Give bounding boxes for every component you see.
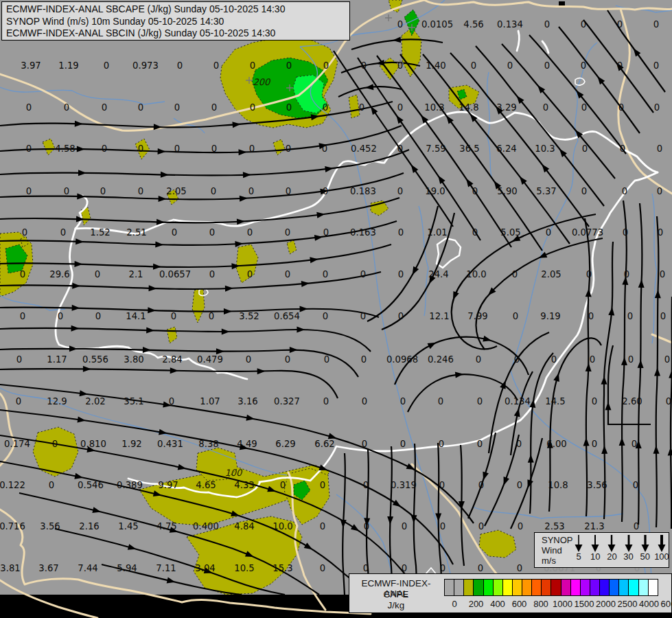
grid-value: 0 [439,480,445,490]
grid-value: 0 [104,60,109,71]
grid-value: 0 [402,521,407,531]
title-line-sbcape: ECMWF-INDEX-ANAL SBCAPE (J/kg) Sunday 05… [6,3,345,16]
grid-value: 6.29 [275,439,295,449]
grid-value: 0 [286,186,291,196]
grid-value: 0.134 [497,19,523,30]
grid-value: 0 [16,354,22,365]
grid-value: 0.452 [351,144,377,154]
cape-swatch [463,579,474,596]
wind-scale-item: 30 [621,534,637,562]
cape-tick-label: 1500 [575,599,594,609]
grid-value: 0 [653,19,659,30]
grid-value: 0 [280,480,286,490]
cape-swatch [531,579,542,596]
grid-value: 0 [546,227,551,238]
grid-value: 0 [402,563,407,573]
grid-value: 3.52 [239,311,259,321]
grid-value: 0 [477,439,483,449]
grid-value: 0 [171,311,176,321]
grid-value: 0 [660,311,666,321]
grid-value: 0 [320,521,325,531]
grid-value: 3.56 [587,480,607,490]
grid-value: 3.97 [21,60,40,71]
grid-value: 3.04 [195,563,215,573]
grid-value: 0 [363,563,369,573]
grid-value: 0 [52,439,58,449]
cape-swatch [590,579,600,596]
cape-legend-subtitle: CAPE [349,589,443,599]
grid-value: 0 [247,227,253,238]
grid-value: 0 [633,480,638,490]
grid-value: 0 [513,311,518,321]
cape-swatch [599,579,610,596]
grid-value: 14.1 [126,311,146,321]
grid-value: 5.37 [536,186,556,196]
grid-value: 0 [138,186,143,196]
grid-value: 24.4 [428,269,448,279]
wind-legend-unit: m/s [542,556,556,566]
grid-value: 1.17 [47,354,67,365]
grid-value: 4.65 [196,480,216,490]
grid-value: 0 [660,269,665,279]
grid-value: 3.81 [0,563,20,573]
down-arrow-icon [654,534,669,553]
grid-value: 0 [246,354,251,365]
grid-value: 10.3 [424,102,444,113]
grid-value: 0 [249,144,255,154]
grid-value: 0 [323,396,329,407]
grid-value: 5.90 [497,186,517,196]
grid-value: 0 [664,354,670,365]
grid-value: 0 [623,227,628,238]
grid-value: 10.0 [466,269,486,279]
wind-speed-label: 10 [587,551,603,562]
grid-value: 0.183 [350,186,376,196]
grid-value: 0 [551,354,557,365]
grid-value: 2.1 [129,269,143,279]
grid-value: 10.5 [234,563,254,573]
grid-value: 0 [26,186,32,196]
grid-value: 0 [169,396,174,407]
grid-value: 0 [658,227,663,238]
cape-swatch [512,579,522,596]
down-arrow-icon [588,534,603,553]
grid-value: 3.16 [237,396,257,407]
cape-legend-unit: J/kg [349,600,443,610]
grid-value: 2.53 [544,521,564,531]
grid-value: 0.327 [274,396,300,407]
wind-arrow-scale: 510203050100 [570,534,668,566]
grid-value: 0 [439,439,444,449]
grid-value: 0 [360,269,366,279]
grid-value: 0 [400,396,406,407]
grid-value: 0 [102,102,107,113]
grid-value: 7.99 [467,311,487,321]
grid-value: 10.3 [535,144,555,154]
wind-legend: SYNOP Wind m/s 510203050100 [534,532,669,568]
grid-value: 0.479 [197,354,223,365]
grid-value: 0 [323,269,328,279]
wind-speed-label: 5 [570,551,587,562]
grid-value: 0 [20,269,25,279]
grid-value: 0 [361,354,367,365]
grid-value: 0 [20,311,25,321]
weather-map-screen: 00.01054.560.13400003.971.1900.973000000… [0,0,672,618]
wind-scale-item: 100 [653,534,670,562]
grid-value: 0 [512,269,518,279]
grid-value: 0 [617,19,623,30]
grid-value: 0 [322,144,327,154]
grid-value: 0.122 [0,480,25,490]
grid-value: 14.8 [459,102,478,113]
grid-value: 0 [100,186,106,196]
grid-value: 0 [286,144,291,154]
grid-value: 0 [654,102,660,113]
grid-value: 0 [397,186,403,196]
grid-value: 0 [518,521,523,531]
grid-value: 2.60 [622,396,642,407]
grid-value: 12.9 [47,396,67,407]
grid-value: 0 [60,227,66,238]
grid-value: 0 [211,102,217,113]
down-arrow-icon [571,534,586,553]
title-box: ECMWF-INDEX-ANAL SBCAPE (J/kg) Sunday 05… [1,1,350,41]
wind-speed-label: 100 [653,551,670,562]
grid-value: 0 [174,144,180,154]
grid-value: 0 [477,396,483,407]
